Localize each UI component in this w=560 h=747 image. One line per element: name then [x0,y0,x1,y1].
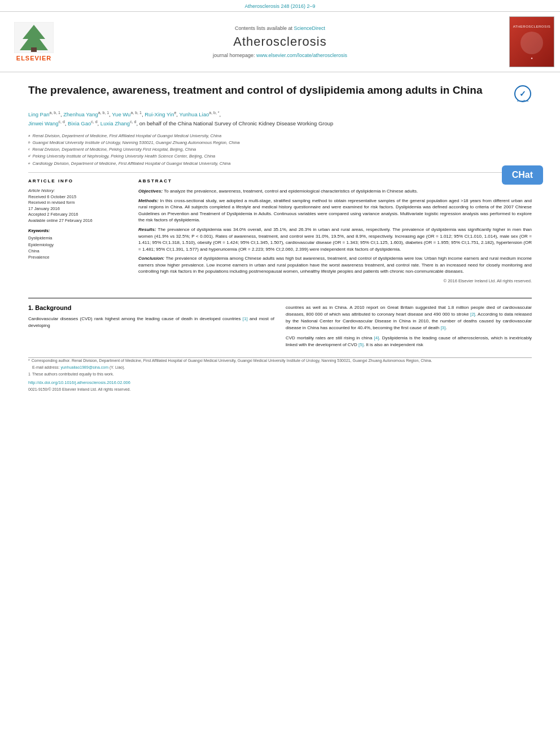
abstract-results: Results: The prevalence of dyslipidemia … [138,226,532,252]
article-title: The prevalence, awareness, treatment and… [28,84,508,98]
section-divider [28,298,532,299]
body-col-right: countries as well as in China. A 2010 re… [286,304,532,352]
article-history-section: Article history: Received 6 October 2015… [28,188,127,224]
history-label: Article history: [28,188,127,193]
body-col-left: 1. Background Cardiovascular diseases (C… [28,304,274,352]
keyword-epidemiology: Epidemiology [28,242,127,248]
footnote-email: E-mail address: yunhualiao1989@sina.com … [28,365,532,370]
main-content: The prevalence, awareness, treatment and… [0,72,560,292]
keyword-prevalence: Prevalence [28,254,127,260]
revised-date: 17 January 2016 [28,206,127,212]
keyword-dyslipidemia: Dyslipidemia [28,235,127,241]
body-para-2: countries as well as in China. A 2010 re… [286,304,532,331]
footnote-equal-contribution: 1 These authors contributed equally to t… [28,372,532,377]
journal-cover-image: atherosclerosis ● [509,16,554,67]
footnote-corresponding: * Corresponding author. Renal Division, … [28,358,532,364]
article-title-row: The prevalence, awareness, treatment and… [28,84,532,103]
journal-reference: Atherosclerosis 248 (2016) 2–9 [0,0,560,11]
svg-text:✓: ✓ [519,89,526,98]
section1-heading: 1. Background [28,304,274,311]
authors-block: Ling Pana, b, 1, Zhenhua Yanga, b, 1, Yu… [28,110,532,128]
elsevier-tree-icon [14,22,54,53]
chat-button[interactable]: CHat [502,165,543,185]
article-info-title: ARTICLE INFO [28,178,127,184]
article-info-column: ARTICLE INFO Article history: Received 6… [28,178,127,283]
elsevier-logo-area: ELSEVIER [6,22,62,62]
homepage-link[interactable]: www.elsevier.com/locate/atherosclerosis [256,53,347,58]
revised-label: Received in revised form [28,200,127,206]
abstract-title: ABSTRACT [138,178,532,184]
journal-homepage: journal homepage: www.elsevier.com/locat… [68,53,492,58]
journal-header: ELSEVIER Contents lists available at Sci… [0,11,560,72]
keyword-china: China [28,248,127,254]
received-date: Received 6 October 2015 [28,194,127,200]
divider-1 [28,172,532,173]
body-para-1: Cardiovascular diseases (CVD) rank highe… [28,316,274,329]
body-para-3: CVD mortality rates are still rising in … [286,335,532,348]
sciencedirect-link[interactable]: ScienceDirect [294,25,326,31]
abstract-objectives: Objectives: To analyze the prevalence, a… [138,188,532,195]
keywords-section: Keywords: Dyslipidemia Epidemiology Chin… [28,228,127,260]
crossmark-icon: ✓ CrossMark [514,85,532,103]
abstract-methods: Methods: In this cross-sectional study, … [138,198,532,224]
body-section: 1. Background Cardiovascular diseases (C… [0,304,560,352]
doi-link[interactable]: http://dx.doi.org/10.1016/j.atherosclero… [0,378,560,387]
issn-line: 0021-9150/© 2016 Elsevier Ireland Ltd. A… [0,387,560,397]
copyright-line: © 2016 Elsevier Ireland Ltd. All rights … [138,278,532,283]
journal-info-center: Contents lists available at ScienceDirec… [68,25,492,58]
info-abstract-section: ARTICLE INFO Article history: Received 6… [28,178,532,283]
keywords-label: Keywords: [28,228,127,233]
journal-title: Atherosclerosis [68,34,492,49]
sciencedirect-line: Contents lists available at ScienceDirec… [68,25,492,31]
accepted-date: Accepted 2 February 2016 [28,212,127,218]
svg-text:CrossMark: CrossMark [517,99,529,102]
footnotes-area: * Corresponding author. Renal Division, … [28,357,532,377]
available-date: Available online 27 February 2016 [28,218,127,224]
journal-cover-area: atherosclerosis ● [498,16,554,67]
affiliations-block: aRenal Division, Department of Medicine,… [28,133,532,167]
svg-rect-2 [31,47,37,52]
elsevier-label: ELSEVIER [16,55,51,62]
abstract-column: ABSTRACT Objectives: To analyze the prev… [138,178,532,283]
abstract-conclusion: Conclusion: The prevalence of dyslipidem… [138,255,532,275]
